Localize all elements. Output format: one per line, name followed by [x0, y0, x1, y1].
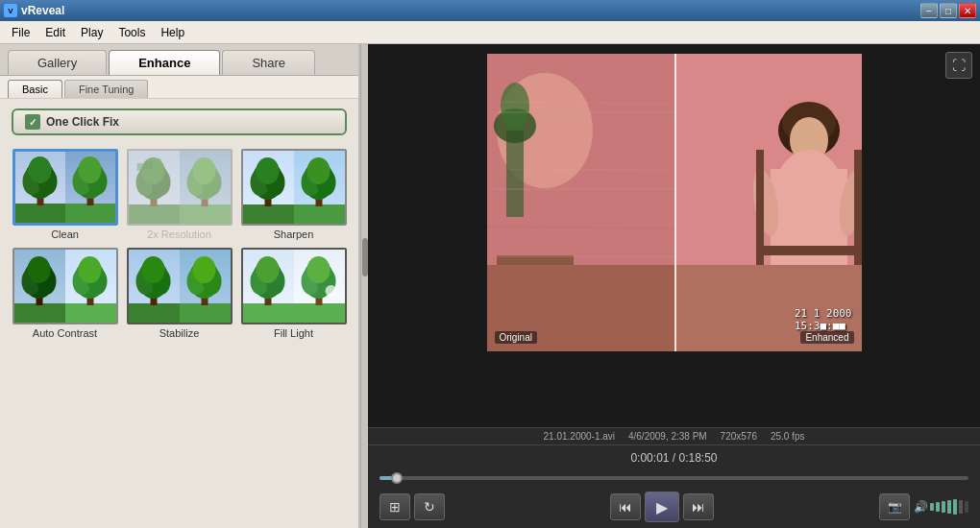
svg-point-52: [193, 256, 216, 283]
left-controls: ⊞ ↻: [380, 493, 445, 520]
vol-seg-2: [936, 502, 940, 512]
video-preview: Original: [487, 54, 862, 351]
svg-rect-74: [487, 111, 674, 113]
top-tabs: Gallery Enhance Share: [0, 44, 358, 76]
video-enhanced-half: 21 1 2000 15:3■:■■ Enhanced: [674, 54, 862, 351]
svg-point-37: [28, 256, 51, 283]
vol-seg-1: [930, 503, 934, 511]
controls-row: ⊞ ↻ ⏮ ▶ ⏭: [380, 492, 968, 522]
one-click-fix-button[interactable]: ✓ One Click Fix: [12, 108, 347, 135]
tree-svg-res-left: [133, 154, 176, 206]
tab-basic[interactable]: Basic: [8, 80, 62, 98]
seek-bar-container[interactable]: [380, 468, 968, 488]
maximize-button[interactable]: □: [940, 3, 957, 18]
one-click-label: One Click Fix: [46, 115, 119, 129]
menu-edit[interactable]: Edit: [37, 24, 73, 41]
enhance-sharpen[interactable]: Sharpen: [240, 149, 347, 240]
tree-svg-sharpen-left: [247, 154, 290, 206]
next-button[interactable]: ⏭: [683, 493, 714, 520]
time-current: 0:00:01: [630, 451, 669, 465]
tree-svg-sharpen-right: [298, 154, 341, 206]
snapshot-button[interactable]: 📷: [879, 493, 910, 520]
prev-button[interactable]: ⏮: [610, 493, 641, 520]
right-controls: 📷 🔊: [879, 493, 968, 520]
file-resolution: 720x576: [721, 431, 757, 442]
file-info-bar: 21.01.2000-1.avi 4/6/2009, 2:38 PM 720x5…: [368, 427, 980, 444]
checkmark-icon: ✓: [25, 114, 40, 130]
svg-point-57: [257, 256, 280, 283]
menu-file[interactable]: File: [4, 24, 37, 41]
seek-thumb[interactable]: [391, 472, 403, 484]
center-controls: ⏮ ▶ ⏭: [610, 492, 714, 522]
menu-play[interactable]: Play: [73, 24, 110, 41]
timestamp: 21 1 2000 15:3■:■■: [795, 307, 852, 332]
time-display: 0:00:01 / 0:18:50: [380, 451, 968, 465]
label-original: Original: [495, 331, 537, 344]
menu-tools[interactable]: Tools: [110, 24, 153, 41]
close-button[interactable]: ✕: [959, 3, 976, 18]
enhance-stabilize-thumb: [127, 248, 233, 324]
svg-rect-75: [487, 188, 674, 190]
prev-icon: ⏮: [619, 499, 632, 515]
enhance-contrast-label: Auto Contrast: [33, 327, 97, 339]
volume-bar[interactable]: 🔊: [914, 499, 968, 515]
seek-bar[interactable]: [380, 476, 968, 480]
tree-svg-stab-right: [184, 252, 227, 305]
enhance-stabilize[interactable]: Stabilize: [126, 248, 233, 339]
enhance-contrast[interactable]: Auto Contrast: [12, 248, 118, 339]
tab-gallery[interactable]: Gallery: [8, 50, 107, 75]
panel-scroll[interactable]: [360, 44, 368, 528]
minimize-button[interactable]: −: [920, 3, 938, 18]
right-panel: ⛶: [368, 44, 980, 528]
svg-point-42: [79, 256, 102, 283]
enhance-clean[interactable]: Clean: [12, 149, 118, 240]
tree-svg-left: [18, 153, 61, 205]
tab-share[interactable]: Share: [222, 50, 315, 75]
menu-help[interactable]: Help: [153, 24, 192, 41]
title-bar-left: V vReveal: [4, 4, 64, 17]
svg-point-4: [28, 156, 51, 183]
timestamp-date: 21 1 2000: [795, 307, 852, 320]
svg-point-69: [501, 83, 529, 131]
fullscreen-button[interactable]: ⛶: [945, 52, 972, 79]
next-icon: ⏭: [692, 499, 705, 515]
time-sep: /: [673, 451, 679, 465]
transport-area: 0:00:01 / 0:18:50 ⊞ ↻: [368, 444, 980, 528]
app-title: vReveal: [21, 4, 64, 17]
play-button[interactable]: ▶: [645, 492, 679, 522]
video-area: ⛶: [368, 44, 980, 427]
svg-rect-76: [487, 255, 674, 257]
svg-point-62: [307, 256, 331, 283]
enhance-filllight-label: Fill Light: [274, 327, 313, 339]
svg-rect-88: [756, 150, 764, 265]
tree-svg-fill-right: [298, 252, 341, 305]
enhance-resolution-thumb: [127, 149, 233, 226]
enhance-clean-label: Clean: [51, 228, 79, 240]
file-date: 4/6/2009, 2:38 PM: [628, 431, 707, 442]
file-name: 21.01.2000-1.avi: [544, 431, 616, 442]
svg-point-22: [193, 157, 216, 184]
tab-enhance[interactable]: Enhance: [109, 50, 220, 75]
enhance-resolution: 2x Resolution: [126, 149, 233, 240]
tab-fine-tuning[interactable]: Fine Tuning: [64, 80, 148, 98]
app-icon: V: [4, 4, 17, 17]
enhance-filllight-thumb: [241, 248, 347, 324]
camera-icon: 📷: [888, 500, 902, 514]
main-layout: Gallery Enhance Share Basic Fine Tuning …: [0, 44, 980, 528]
enhance-sharpen-thumb: [241, 149, 347, 226]
rotate-icon: ↻: [424, 499, 435, 515]
grid-view-button[interactable]: ⊞: [380, 493, 410, 520]
svg-point-9: [78, 156, 101, 183]
enhance-filllight[interactable]: Fill Light: [240, 248, 347, 339]
rotate-button[interactable]: ↻: [414, 493, 445, 520]
left-panel: Gallery Enhance Share Basic Fine Tuning …: [0, 44, 360, 528]
vol-seg-4: [947, 500, 951, 514]
svg-point-32: [307, 157, 331, 184]
tree-svg-res-right: [184, 154, 227, 206]
enhance-resolution-label: 2x Resolution: [147, 228, 211, 240]
enhance-grid: Clean: [0, 145, 358, 347]
vol-seg-3: [942, 501, 945, 513]
time-total: 0:18:50: [679, 451, 718, 465]
original-scene-svg: [487, 54, 674, 351]
one-click-section: ✓ One Click Fix: [0, 99, 358, 145]
